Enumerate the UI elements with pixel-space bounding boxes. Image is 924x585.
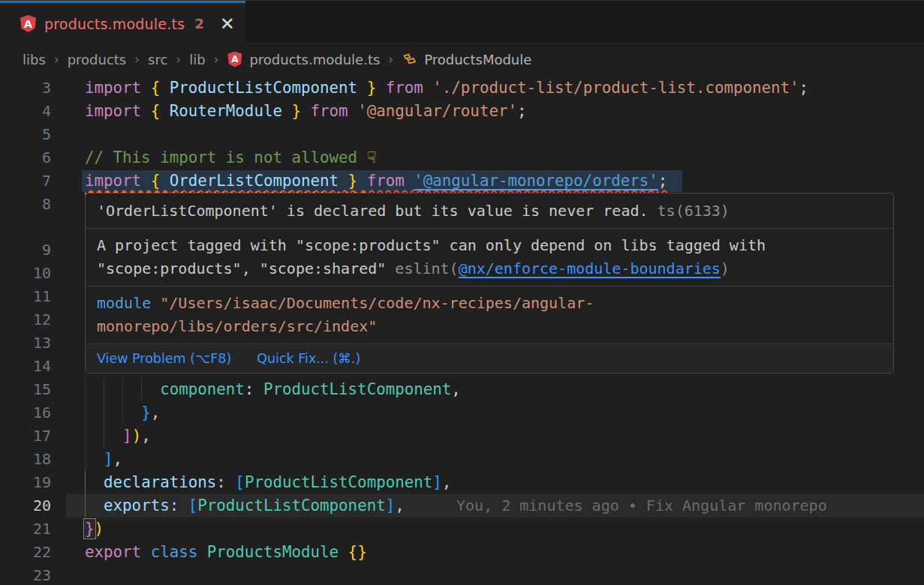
code-line[interactable]: import { ProductListComponent } from './… [85, 76, 808, 100]
indent-guide [85, 448, 86, 471]
line-number[interactable]: 4 [0, 100, 51, 123]
hover-ts-message: 'OrderListComponent' is declared but its… [97, 202, 649, 220]
code-token: , [141, 427, 151, 445]
code-line[interactable]: }, [85, 401, 160, 424]
indent-guide [122, 401, 123, 424]
breadcrumb-item-file[interactable]: products.module.ts [249, 52, 380, 68]
code-line[interactable]: import { RouterModule } from '@angular/r… [85, 100, 527, 123]
code-token: { [151, 172, 170, 190]
code-token: ; [517, 102, 527, 120]
code-token: } [357, 79, 376, 97]
line-number[interactable]: 18 [0, 448, 51, 471]
indent-guide [141, 378, 142, 401]
indent-guide [104, 424, 104, 448]
view-problem-button[interactable]: View Problem (⌥F8) [97, 351, 231, 366]
code-token: declarations [104, 473, 216, 491]
line-number[interactable]: 20 [0, 494, 51, 518]
code-text: declarations: [ProductListComponent], [85, 473, 451, 491]
breadcrumb-item-products[interactable]: products [68, 52, 127, 68]
code-token: ProductListComponent [170, 79, 357, 97]
hover-widget: 'OrderListComponent' is declared but its… [85, 193, 894, 374]
line-number[interactable]: 19 [0, 471, 51, 494]
code-token: OrderListComponent [170, 172, 339, 190]
code-token: ] [104, 450, 113, 468]
eslint-rule-link[interactable]: @nx/enforce-module-boundaries [459, 260, 721, 278]
quick-fix-button[interactable]: Quick Fix... (⌘.) [257, 351, 360, 366]
chevron-right-icon: › [53, 52, 61, 67]
hover-module-info: module "/Users/isaac/Documents/code/nx-r… [86, 286, 893, 344]
code-token: : [245, 380, 263, 398]
code-token: ProductsModule [207, 543, 339, 561]
code-line[interactable]: import { OrderListComponent } from '@ang… [85, 170, 667, 193]
angular-icon: A [227, 52, 242, 68]
code-token: // This import is not allowed [85, 148, 367, 166]
code-token: : [170, 496, 188, 514]
close-icon[interactable]: ✕ [220, 15, 235, 33]
breadcrumb-item-libs[interactable]: libs [23, 52, 46, 68]
code-token: ProductListComponent [245, 473, 432, 491]
line-number[interactable]: 13 [0, 332, 51, 355]
code-token: , [442, 473, 452, 491]
line-number[interactable]: 8 [0, 193, 51, 216]
code-line[interactable]: ], [85, 448, 122, 471]
line-number[interactable]: 9 [0, 238, 51, 262]
code-token: , [395, 496, 405, 514]
code-token: class [151, 543, 207, 561]
code-token: ] [386, 496, 396, 514]
code-token: ; [658, 172, 668, 190]
error-squiggle-text: import { OrderListComponent } from '@ang… [85, 172, 667, 190]
code-token: } [339, 172, 357, 190]
line-number[interactable]: 5 [0, 123, 51, 146]
code-line[interactable]: export class ProductsModule {} [85, 541, 367, 564]
line-number[interactable]: 12 [0, 308, 51, 332]
code-token: ☟ [367, 148, 377, 166]
line-number[interactable]: 3 [0, 76, 51, 100]
code-token: from [357, 172, 414, 190]
tab-bar: A products.module.ts 2 ✕ [0, 0, 924, 44]
code-token: component [160, 380, 245, 398]
line-number[interactable]: 21 [0, 518, 51, 541]
code-token: , [451, 380, 461, 398]
indent-guide [122, 378, 123, 401]
line-number[interactable]: 15 [0, 378, 51, 401]
code-token: ProductListComponent [197, 496, 385, 514]
code-line[interactable]: ]), [85, 424, 151, 448]
angular-icon-letter: A [24, 18, 32, 30]
line-number[interactable]: 11 [0, 285, 51, 308]
code-token: ] [432, 473, 442, 491]
editor[interactable]: 'OrderListComponent' is declared but its… [0, 75, 924, 585]
line-number[interactable]: 10 [0, 262, 51, 285]
code-token: [ [188, 496, 198, 514]
code-token: } [282, 102, 301, 120]
breadcrumb-item-lib[interactable]: lib [189, 52, 205, 68]
breadcrumb-item-symbol[interactable]: ProductsModule [424, 52, 531, 68]
line-number[interactable]: 6 [0, 146, 51, 170]
code-line[interactable]: }) [85, 518, 104, 541]
breadcrumb-item-src[interactable]: src [148, 52, 167, 68]
code-line[interactable]: component: ProductListComponent, [85, 378, 461, 401]
line-number[interactable]: 23 [0, 564, 51, 585]
code-token [85, 496, 104, 514]
code-text: ]), [85, 427, 151, 445]
angular-icon: A [20, 15, 36, 32]
git-blame-annotation: You, 2 minutes ago • Fix Angular monorep… [456, 494, 827, 518]
code-token: , [151, 404, 161, 422]
line-number[interactable]: 7 [0, 170, 51, 193]
hover-ts-diagnostic: 'OrderListComponent' is declared but its… [86, 194, 893, 228]
code-token: [ [235, 473, 245, 491]
code-token: ) [132, 427, 142, 445]
tab-products-module[interactable]: A products.module.ts 2 ✕ [0, 1, 245, 44]
code-line[interactable]: // This import is not allowed ☟ [85, 146, 376, 170]
code-token: ProductListComponent [263, 380, 451, 398]
tab-label: products.module.ts [44, 16, 185, 32]
line-number[interactable]: 16 [0, 401, 51, 424]
indent-guide [104, 401, 104, 424]
line-number[interactable]: 14 [0, 355, 51, 378]
code-token[interactable]: '@angular-monorepo/orders' [414, 172, 658, 190]
code-line[interactable]: exports: [ProductListComponent],You, 2 m… [85, 494, 405, 518]
active-indent-guide [85, 471, 86, 494]
line-number[interactable]: 22 [0, 541, 51, 564]
line-number[interactable]: 17 [0, 424, 51, 448]
code-line[interactable]: declarations: [ProductListComponent], [85, 471, 451, 494]
breadcrumb: libs › products › src › lib › A products… [0, 44, 924, 75]
